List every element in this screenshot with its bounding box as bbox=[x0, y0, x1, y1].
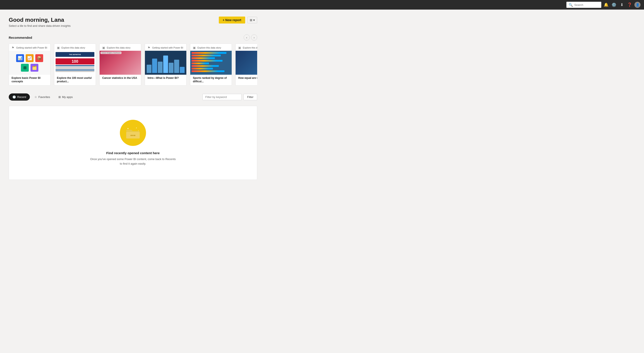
hbar-6 bbox=[192, 65, 219, 67]
card-footer-2: Cancer statistics in the USA bbox=[100, 75, 141, 82]
card-footer-5: How equal are we no... bbox=[236, 75, 257, 82]
card-thumb-icon-chart: 📈 bbox=[26, 54, 34, 62]
bar-2 bbox=[152, 58, 157, 73]
recommended-card-4[interactable]: ▣ Explore this data story Sports ranked … bbox=[190, 43, 232, 86]
content-tabs: 🕐 Recent ☆ Favorites ⊞ My apps bbox=[9, 93, 76, 101]
card-thumb-line-2 bbox=[56, 67, 94, 67]
card-footer-4: Sports ranked by degree of difficul... bbox=[190, 75, 232, 85]
tab-favorites-label: Favorites bbox=[38, 95, 50, 99]
recommended-cards: ⚑ Getting started with Power BI 📊 📈 📦 ⊞ … bbox=[9, 43, 257, 86]
empty-state-icon-circle: ✦ ✦ ✦ bbox=[120, 120, 146, 146]
sparkle-icon-2: ✦ bbox=[136, 127, 137, 129]
folder-tab bbox=[126, 130, 133, 131]
new-report-button[interactable]: + New report bbox=[219, 16, 245, 23]
card-type-icon-4: ▣ bbox=[193, 46, 196, 49]
tab-recent[interactable]: 🕐 Recent bbox=[9, 93, 30, 101]
card-thumbnail-3 bbox=[145, 51, 186, 75]
bar-4 bbox=[163, 55, 168, 73]
tab-myapps[interactable]: ⊞ My apps bbox=[55, 93, 76, 101]
card-thumb-line-5 bbox=[56, 71, 94, 72]
card-thumb-book-text: THE DEFINITIVE bbox=[69, 54, 81, 55]
card-header-3: ⚑ Getting started with Power BI bbox=[145, 44, 186, 51]
settings-icon[interactable]: ⚙️ bbox=[611, 2, 617, 8]
folder-dot-1 bbox=[130, 135, 132, 136]
card-footer-3: Intro—What is Power BI? bbox=[145, 75, 186, 82]
card-thumb-partial bbox=[236, 51, 257, 75]
card-type-icon-2: ▣ bbox=[102, 46, 105, 49]
notifications-icon[interactable]: 🔔 bbox=[603, 2, 609, 8]
hbar-1 bbox=[192, 52, 226, 54]
card-thumb-icon-table: 🗂️ bbox=[30, 64, 38, 72]
search-input[interactable] bbox=[574, 3, 599, 6]
card-thumb-icon-box: 📦 bbox=[35, 54, 43, 62]
card-header-0: ⚑ Getting started with Power BI bbox=[9, 44, 50, 51]
card-thumbnail-5 bbox=[236, 51, 257, 75]
recommended-card-3[interactable]: ⚑ Getting started with Power BI Intro—Wh… bbox=[145, 43, 186, 86]
chevron-down-icon: ▾ bbox=[253, 18, 255, 22]
download-icon[interactable]: ⬇ bbox=[619, 2, 625, 8]
card-title-2: Cancer statistics in the USA bbox=[102, 76, 138, 80]
recommended-title: Recommended bbox=[9, 36, 32, 39]
filter-controls: Filter bbox=[202, 94, 257, 100]
hbar-5 bbox=[192, 62, 209, 64]
card-type-label-4: Explore this data story bbox=[198, 46, 221, 49]
tab-favorites[interactable]: ☆ Favorites bbox=[31, 93, 54, 101]
card-title-0: Explore basic Power BI concepts bbox=[12, 76, 48, 83]
hbar-7 bbox=[192, 68, 213, 69]
card-footer-0: Explore basic Power BI concepts bbox=[9, 75, 50, 85]
recommended-card-0[interactable]: ⚑ Getting started with Power BI 📊 📈 📦 ⊞ … bbox=[9, 43, 50, 86]
bar-6 bbox=[174, 60, 179, 73]
header-greeting: Good morning, Lana Select a tile to find… bbox=[9, 16, 70, 27]
card-thumb-line-1 bbox=[56, 65, 94, 66]
recommended-card-2[interactable]: ▣ Explore this data story Cancer Analyti… bbox=[100, 43, 141, 86]
filter-keyword-input[interactable] bbox=[202, 94, 242, 100]
card-header-5: ▣ Explore this da... bbox=[236, 44, 257, 51]
filter-button[interactable]: Filter bbox=[244, 94, 257, 100]
tabs-filter-row: 🕐 Recent ☆ Favorites ⊞ My apps Filter bbox=[9, 93, 257, 103]
hbar-4 bbox=[192, 60, 222, 62]
myapps-icon: ⊞ bbox=[58, 95, 61, 99]
carousel-prev-button[interactable]: ‹ bbox=[244, 34, 250, 40]
bar-7 bbox=[180, 67, 184, 73]
card-type-icon-3: ⚑ bbox=[148, 46, 150, 49]
carousel-next-button[interactable]: › bbox=[251, 34, 257, 40]
avatar[interactable]: 👤 bbox=[634, 2, 640, 8]
recommended-card-1[interactable]: ▣ Explore this data story THE DEFINITIVE… bbox=[54, 43, 96, 86]
hbar-8 bbox=[192, 70, 224, 72]
tab-recent-label: Recent bbox=[17, 95, 26, 99]
card-type-icon-1: ▣ bbox=[57, 46, 60, 49]
carousel-nav: ‹ › bbox=[244, 34, 257, 40]
top-navigation: 🔍 🔔 ⚙️ ⬇ ❓ 👤 bbox=[0, 0, 644, 9]
view-toggle-button[interactable]: ⊞ ▾ bbox=[247, 17, 257, 23]
card-type-label-1: Explore this data story bbox=[62, 46, 85, 49]
card-type-label-5: Explore this da... bbox=[243, 46, 257, 49]
empty-state-desc-line2: to find it again easily. bbox=[120, 162, 146, 165]
card-thumb-book-header: THE DEFINITIVE bbox=[56, 52, 94, 57]
card-type-icon-0: ⚑ bbox=[12, 46, 14, 49]
search-bar[interactable]: 🔍 bbox=[566, 2, 601, 8]
card-type-label-0: Getting started with Power BI bbox=[16, 46, 47, 49]
content-area: ✦ ✦ ✦ Find recently opened content here bbox=[9, 106, 257, 180]
card-thumb-book-number: 100 bbox=[56, 58, 94, 64]
card-type-label-3: Getting started with Power BI bbox=[152, 46, 183, 49]
card-type-icon-5: ▣ bbox=[238, 46, 241, 49]
card-thumb-line-4 bbox=[56, 69, 94, 70]
main-content: Good morning, Lana Select a tile to find… bbox=[0, 9, 266, 187]
greeting-heading: Good morning, Lana bbox=[9, 16, 70, 23]
empty-state-title: Find recently opened content here bbox=[106, 151, 160, 155]
bar-3 bbox=[158, 62, 162, 73]
card-thumb-book-100: 100 bbox=[72, 59, 78, 64]
card-thumb-chart bbox=[145, 51, 186, 75]
grid-view-icon: ⊞ bbox=[250, 18, 252, 22]
search-icon: 🔍 bbox=[568, 3, 573, 7]
card-title-3: Intro—What is Power BI? bbox=[148, 76, 184, 80]
recommended-card-5[interactable]: ▣ Explore this da... How equal are we no… bbox=[235, 43, 257, 86]
card-header-4: ▣ Explore this data story bbox=[190, 44, 232, 51]
card-thumb-icon-bar: 📊 bbox=[16, 54, 24, 62]
empty-state: ✦ ✦ ✦ Find recently opened content here bbox=[9, 106, 257, 180]
card-thumbnail-4 bbox=[190, 51, 232, 75]
card-thumbnail-2: Cancer Analytics Dashboard bbox=[100, 51, 141, 75]
help-icon[interactable]: ❓ bbox=[626, 2, 633, 8]
card-title-4: Sports ranked by degree of difficul... bbox=[193, 76, 229, 83]
empty-state-description: Once you've opened some Power BI content… bbox=[90, 157, 176, 166]
